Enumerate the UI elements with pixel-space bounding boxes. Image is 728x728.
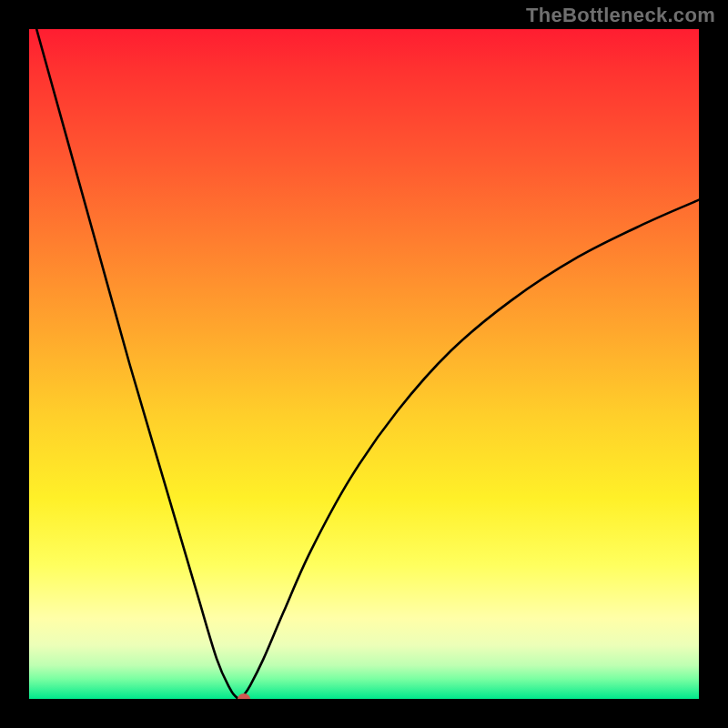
minimum-marker-icon — [238, 693, 250, 699]
chart-frame: TheBottleneck.com — [0, 0, 728, 728]
bottleneck-curve — [29, 29, 699, 699]
watermark-text: TheBottleneck.com — [526, 4, 715, 27]
plot-area — [29, 29, 699, 699]
curve-svg — [29, 29, 699, 699]
